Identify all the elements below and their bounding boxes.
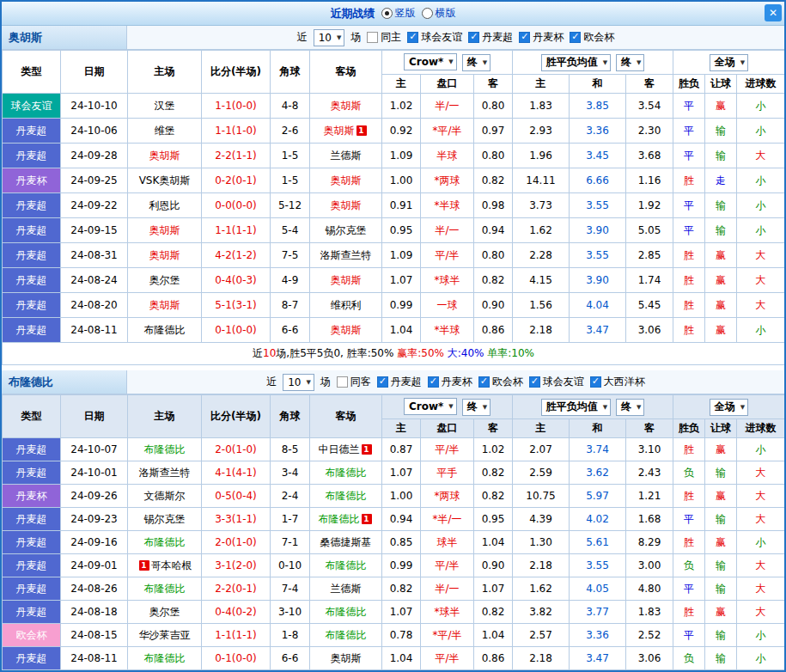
- date-cell: 24-09-23: [61, 508, 128, 531]
- league-filter-checkbox[interactable]: [367, 32, 378, 43]
- handicap-cell: 平手: [421, 461, 474, 485]
- games-label: 场: [320, 375, 331, 389]
- chevron-down-icon: ▼: [483, 404, 487, 411]
- score-cell: 1-1(1-1): [202, 218, 271, 243]
- filter-bar: 近10▼场同客丹麦超丹麦杯欧会杯球会友谊大西洋杯: [127, 370, 784, 394]
- goals-result-cell: 大: [737, 485, 785, 508]
- team-name-cell: 奥胡斯: [310, 168, 382, 193]
- odds-home-cell: 1.00: [382, 168, 421, 193]
- league-filter-checkbox[interactable]: [519, 32, 530, 43]
- league-filter-checkbox[interactable]: [377, 376, 388, 388]
- handicap-cell: *球半: [421, 601, 474, 624]
- odds-away-cell: 0.86: [474, 647, 513, 670]
- date-cell: 24-10-06: [61, 119, 128, 144]
- team-name: 奥胡斯: [331, 174, 362, 186]
- odds-home-cell: 1.07: [382, 461, 421, 485]
- team-name: 维积利: [331, 299, 362, 311]
- avg-home-cell: 2.93: [513, 119, 570, 144]
- match-row: 丹麦超24-09-28奥胡斯2-2(1-1)1-5兰德斯1.09半球0.801.…: [3, 144, 785, 168]
- handicap-result-cell: 输: [705, 193, 737, 218]
- date-cell: 24-08-31: [61, 243, 128, 268]
- team-name-cell: 兰德斯: [310, 577, 382, 601]
- odds-home-cell: 0.99: [382, 293, 421, 318]
- layout-horizontal-option[interactable]: 横版: [422, 6, 456, 21]
- score-cell: 2-2(0-1): [202, 577, 271, 601]
- handicap-result-cell: 走: [705, 168, 737, 193]
- odds-home-cell: 0.92: [382, 119, 421, 144]
- layout-vertical-option[interactable]: 竖版: [381, 6, 416, 21]
- league-filter-checkbox[interactable]: [570, 32, 581, 43]
- recent-count-select[interactable]: 10▼: [314, 29, 345, 46]
- chevron-down-icon: ▼: [448, 403, 453, 410]
- team-name: 兰德斯: [331, 150, 362, 162]
- team-name-cell: 奥胡斯: [128, 293, 202, 318]
- odds-final-select-value: 终: [467, 400, 478, 414]
- odds-company-select[interactable]: Crow*▼: [404, 53, 457, 70]
- avg-final-select[interactable]: 终▼: [616, 54, 644, 71]
- avg-home-cell: 2.57: [513, 624, 570, 647]
- avg-final-select[interactable]: 终▼: [616, 399, 644, 416]
- team-name: 奥胡斯: [324, 125, 355, 137]
- odds-away-cell: 0.82: [474, 268, 513, 293]
- league-filter-checkbox[interactable]: [468, 32, 479, 43]
- avg-metric-select[interactable]: 胜平负均值▼: [541, 54, 611, 71]
- match-row: 丹麦超24-08-20奥胡斯5-1(3-1)8-7维积利0.99一球0.901.…: [3, 293, 785, 318]
- recent-count-select[interactable]: 10▼: [283, 374, 314, 391]
- avg-away-cell: 1.74: [626, 268, 673, 293]
- league-filter-checkbox[interactable]: [407, 32, 418, 43]
- league-type-cell: 丹麦超: [3, 144, 61, 168]
- league-type-cell: 丹麦超: [3, 438, 61, 461]
- league-filter-checkbox[interactable]: [428, 376, 439, 388]
- league-filter-label: 丹麦杯: [442, 375, 472, 389]
- titlebar: 近期战绩 竖版 横版 ✕: [2, 2, 784, 26]
- odds-final-select[interactable]: 终▼: [462, 399, 490, 416]
- team-name: 文德斯尔: [144, 490, 186, 502]
- column-subheader: 客: [626, 419, 673, 438]
- scope-select[interactable]: 全场▼: [710, 399, 748, 416]
- team-name: 哥本哈根: [151, 559, 192, 571]
- date-cell: 24-09-15: [61, 218, 128, 243]
- avg-away-cell: 3.68: [626, 144, 673, 168]
- league-type-cell: 丹麦超: [3, 577, 61, 601]
- league-type-cell: 丹麦超: [3, 193, 61, 218]
- goals-result-cell: 小: [737, 647, 785, 670]
- odds-away-cell: 0.94: [474, 218, 513, 243]
- team-name-cell: 维堡: [128, 119, 202, 144]
- result-cell: 平: [673, 193, 705, 218]
- odds-final-select[interactable]: 终▼: [462, 54, 490, 71]
- league-filter-checkbox[interactable]: [529, 376, 540, 388]
- team-section: 布隆德比近10▼场同客丹麦超丹麦杯欧会杯球会友谊大西洋杯类型日期主场比分(半场)…: [2, 370, 784, 672]
- summary-segment: 场,胜5平5负0, 胜率:50%: [276, 347, 397, 359]
- league-filter-checkbox[interactable]: [337, 376, 348, 388]
- sections-container: 奥胡斯近10▼场同主球会友谊丹麦超丹麦杯欧会杯类型日期主场比分(半场)角球客场C…: [2, 26, 784, 672]
- match-row: 丹麦超24-09-22利恩比0-0(0-0)5-12奥胡斯0.91*半球0.98…: [3, 193, 785, 218]
- league-filter: 欧会杯: [570, 30, 614, 45]
- match-row: 丹麦超24-09-011哥本哈根3-1(2-0)0-10布隆德比0.99平/半0…: [3, 554, 785, 577]
- league-filter-checkbox[interactable]: [590, 376, 601, 388]
- close-button[interactable]: ✕: [765, 4, 782, 21]
- scope-select[interactable]: 全场▼: [710, 54, 748, 71]
- team-name: 洛斯查兰特: [320, 249, 372, 261]
- column-subheader: 让球: [705, 419, 737, 438]
- league-type-cell: 丹麦超: [3, 531, 61, 554]
- score-cell: 0-0(0-0): [202, 193, 271, 218]
- odds-company-select[interactable]: Crow*▼: [404, 398, 457, 415]
- result-cell: 平: [673, 94, 705, 119]
- handicap-result-cell: 赢: [705, 243, 737, 268]
- chevron-down-icon: ▼: [740, 59, 745, 66]
- score-cell: 2-0(1-0): [202, 438, 271, 461]
- avg-draw-cell: 3.36: [570, 119, 626, 144]
- handicap-cell: *两球: [421, 168, 474, 193]
- league-type-cell: 丹麦超: [3, 243, 61, 268]
- league-filter-label: 同主: [381, 30, 401, 45]
- avg-metric-select[interactable]: 胜平负均值▼: [541, 399, 611, 416]
- league-filter-checkbox[interactable]: [478, 376, 490, 388]
- avg-home-cell: 2.18: [513, 647, 570, 670]
- avg-home-cell: 2.18: [513, 554, 570, 577]
- avg-draw-cell: 3.55: [570, 243, 626, 268]
- corner-cell: 8-5: [271, 438, 310, 461]
- odds-home-cell: 1.07: [382, 268, 421, 293]
- team-name: 布隆德比: [144, 443, 186, 455]
- date-cell: 24-08-11: [61, 318, 128, 343]
- team-name-cell: 奥胡斯: [310, 94, 382, 119]
